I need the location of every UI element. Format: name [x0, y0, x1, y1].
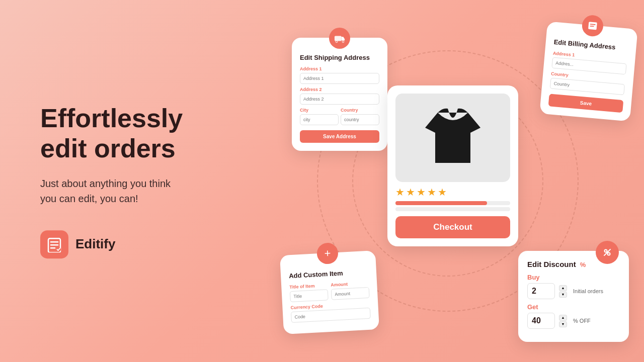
billing-card-title: Edit Billing Address	[553, 38, 628, 52]
product-card: ★ ★ ★ ★ ★ Checkout	[387, 85, 518, 246]
item-title-input[interactable]	[290, 289, 329, 302]
discount-buy-row: ▲ ▼ Initial orders	[527, 283, 620, 299]
discount-get-row: ▲ ▼ % OFF	[527, 313, 620, 329]
brand-name-label: Editify	[75, 236, 115, 252]
svg-point-7	[342, 41, 344, 43]
item-amount-input[interactable]	[331, 287, 370, 300]
rating-bar-1	[395, 201, 510, 205]
tshirt-image	[420, 103, 486, 173]
buy-spinner-down[interactable]: ▼	[559, 292, 567, 298]
address1-input[interactable]	[300, 73, 379, 84]
brand: Editify	[40, 230, 242, 258]
product-image-area	[395, 94, 510, 182]
plus-icon: +	[324, 247, 331, 260]
buy-spinner[interactable]: ▲ ▼	[559, 285, 567, 298]
rating-bar-2	[395, 207, 510, 211]
country-label: Country	[341, 108, 379, 113]
country-input[interactable]	[341, 114, 379, 125]
discount-get-label: Get	[527, 303, 620, 311]
shipping-address-card: Edit Shipping Address Address 1 Address …	[292, 38, 387, 151]
svg-line-9	[591, 24, 595, 25]
item-title-label: Title of Item	[289, 283, 328, 290]
svg-point-6	[336, 41, 338, 43]
get-spinner[interactable]: ▲ ▼	[559, 315, 567, 327]
billing-address-card: Edit Billing Address Address 1 Country S…	[539, 22, 637, 122]
shipping-card-title: Edit Shipping Address	[300, 54, 379, 61]
custom-item-card-title: Add Custom Item	[289, 268, 369, 280]
get-spinner-up[interactable]: ▲	[559, 315, 567, 321]
save-address-button[interactable]: Save Address	[300, 130, 379, 143]
billing-icon-circle	[581, 15, 604, 38]
svg-line-10	[590, 26, 593, 27]
currency-input[interactable]	[291, 308, 371, 323]
left-section: Effortlessly edit orders Just about anyt…	[40, 104, 242, 258]
shipping-icon-circle	[329, 28, 350, 49]
cards-area: Edit Shipping Address Address 1 Address …	[252, 0, 644, 362]
discount-card: Edit Discount % Buy ▲ ▼ Initial orders G…	[518, 251, 629, 342]
billing-save-button[interactable]: Save	[548, 94, 624, 113]
headline: Effortlessly edit orders	[40, 104, 242, 164]
item-amount-label: Amount	[331, 281, 369, 288]
checkout-button[interactable]: Checkout	[395, 216, 510, 238]
discount-get-input[interactable]	[527, 313, 555, 329]
address2-label: Address 2	[300, 87, 379, 92]
svg-point-11	[605, 250, 607, 252]
address1-label: Address 1	[300, 66, 379, 71]
buy-spinner-up[interactable]: ▲	[559, 285, 567, 291]
discount-buy-note: Initial orders	[573, 288, 603, 294]
discount-get-note: % OFF	[573, 318, 591, 324]
subtext: Just about anything you think you can ed…	[40, 176, 242, 206]
city-input[interactable]	[300, 114, 339, 125]
brand-icon	[40, 230, 68, 258]
svg-rect-5	[335, 36, 342, 41]
custom-item-card: + Add Custom Item Title of Item Amount C…	[280, 250, 379, 334]
get-spinner-down[interactable]: ▼	[559, 321, 567, 327]
svg-point-12	[608, 253, 610, 255]
discount-buy-input[interactable]	[527, 283, 555, 299]
star-rating: ★ ★ ★ ★ ★	[395, 186, 510, 198]
discount-icon-circle	[596, 241, 619, 264]
discount-buy-label: Buy	[527, 274, 620, 281]
city-label: City	[300, 108, 339, 113]
address2-input[interactable]	[300, 94, 379, 105]
